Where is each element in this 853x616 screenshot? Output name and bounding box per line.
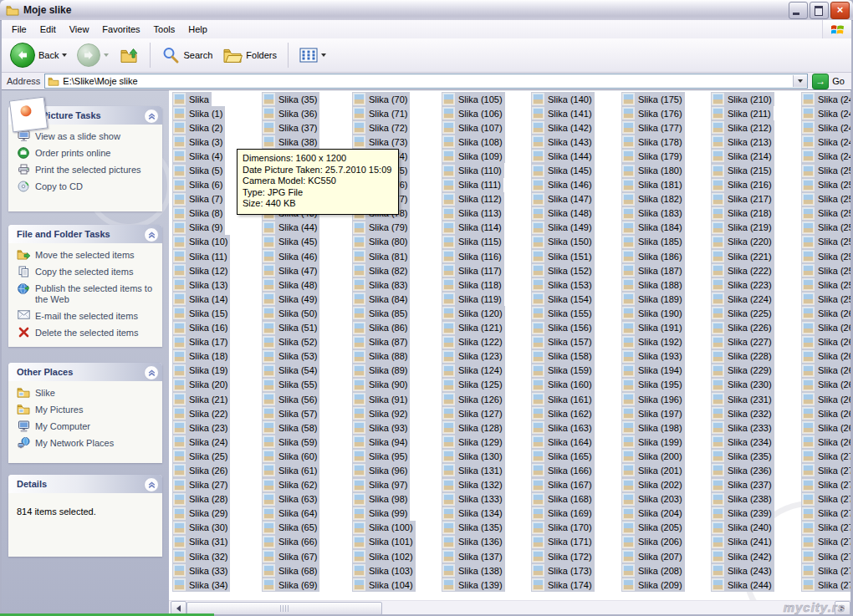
file-item[interactable]: Slika (182): [621, 192, 685, 206]
file-item[interactable]: Slika (170): [531, 521, 595, 535]
up-button[interactable]: [115, 43, 142, 67]
task-delete-the-selected-items[interactable]: Delete the selected items: [17, 328, 159, 339]
file-item[interactable]: Slika (239): [711, 507, 774, 521]
file-item[interactable]: Slika (257): [801, 263, 850, 277]
file-item[interactable]: Slika (81): [352, 249, 410, 263]
file-item[interactable]: Slika (47): [262, 263, 319, 277]
file-item[interactable]: Slika (264): [801, 364, 850, 378]
file-item[interactable]: Slika (148): [531, 206, 595, 221]
file-item[interactable]: Slika (153): [531, 277, 595, 292]
file-item[interactable]: Slika (141): [531, 106, 595, 120]
file-item[interactable]: Slika (20): [172, 378, 230, 392]
file-item[interactable]: Slika (173): [531, 563, 595, 578]
file-item[interactable]: Slika (224): [711, 292, 774, 306]
file-item[interactable]: Slika (142): [531, 120, 595, 135]
task-copy-to-cd[interactable]: Copy to CD: [17, 181, 159, 192]
file-item[interactable]: Slika (27): [172, 478, 230, 492]
file-item[interactable]: Slika (254): [801, 221, 850, 235]
file-item[interactable]: Slika (101): [352, 535, 416, 549]
file-item[interactable]: Slika (266): [801, 392, 850, 406]
file-item[interactable]: Slika (258): [801, 277, 850, 292]
file-item[interactable]: Slika (144): [531, 149, 595, 163]
file-item[interactable]: Slika (29): [172, 507, 230, 521]
file-item[interactable]: Slika (66): [262, 535, 319, 549]
file-item[interactable]: Slika (187): [621, 263, 685, 277]
file-item[interactable]: Slika (192): [621, 335, 685, 349]
file-item[interactable]: Slika (190): [621, 306, 685, 320]
file-item[interactable]: Slika (68): [262, 563, 319, 578]
file-item[interactable]: Slika (189): [621, 292, 685, 306]
file-item[interactable]: Slika (270): [801, 449, 850, 463]
file-item[interactable]: Slika (131): [442, 463, 505, 477]
file-item[interactable]: Slika (62): [262, 478, 319, 492]
file-item[interactable]: Slika (115): [442, 235, 504, 249]
file-item[interactable]: Slika (133): [442, 492, 505, 507]
task-publish-the-selected-items-to-the-web[interactable]: Publish the selected items to the Web: [17, 283, 159, 305]
file-item[interactable]: Slika (113): [442, 206, 504, 221]
file-item[interactable]: Slika (247): [801, 120, 850, 135]
file-item[interactable]: Slika (159): [531, 364, 595, 378]
file-item[interactable]: Slika (18): [172, 349, 230, 364]
file-item[interactable]: Slika (111): [442, 178, 503, 192]
file-item[interactable]: Slika (259): [801, 292, 850, 306]
file-item[interactable]: Slika (114): [442, 221, 504, 235]
file-item[interactable]: Slika (274): [801, 507, 850, 521]
file-item[interactable]: Slika (48): [262, 277, 319, 292]
file-item[interactable]: Slika (196): [621, 392, 685, 406]
file-item[interactable]: Slika (21): [172, 392, 230, 406]
file-item[interactable]: Slika (234): [711, 435, 774, 449]
file-item[interactable]: Slika (256): [801, 249, 850, 263]
file-item[interactable]: Slika (126): [442, 392, 505, 406]
file-item[interactable]: Slika (171): [531, 535, 595, 549]
file-item[interactable]: Slika (155): [531, 306, 595, 320]
views-button[interactable]: [296, 46, 329, 64]
file-item[interactable]: Slika (54): [262, 364, 319, 378]
file-item[interactable]: Slika (89): [352, 364, 410, 378]
file-item[interactable]: Slika (26): [172, 463, 230, 477]
file-item[interactable]: Slika (110): [442, 163, 504, 177]
file-item[interactable]: Slika (272): [801, 478, 850, 492]
file-item[interactable]: Slika (164): [531, 435, 595, 449]
menu-favorites[interactable]: Favorites: [95, 22, 146, 37]
file-item[interactable]: Slika (168): [531, 492, 595, 507]
file-item[interactable]: Slika (44): [262, 221, 319, 235]
task-my-computer[interactable]: My Computer: [17, 421, 159, 432]
file-item[interactable]: Slika (172): [531, 549, 595, 563]
file-item[interactable]: Slika (112): [442, 192, 504, 206]
file-item[interactable]: Slika (94): [352, 435, 410, 449]
file-item[interactable]: Slika (49): [262, 292, 319, 306]
file-item[interactable]: Slika (129): [442, 435, 505, 449]
file-item[interactable]: Slika (226): [711, 321, 774, 335]
file-item[interactable]: Slika (235): [711, 449, 774, 463]
file-item[interactable]: Slika (86): [352, 321, 410, 335]
file-item[interactable]: Slika (250): [801, 163, 850, 177]
file-item[interactable]: Slika (143): [531, 135, 595, 149]
collapse-chevron-button[interactable]: [144, 109, 159, 124]
file-item[interactable]: Slika (32): [172, 549, 230, 563]
menu-view[interactable]: View: [63, 22, 96, 37]
file-item[interactable]: Slika (87): [352, 335, 410, 349]
menu-help[interactable]: Help: [181, 22, 214, 37]
file-item[interactable]: Slika (45): [262, 235, 319, 249]
file-item[interactable]: Slika (64): [262, 507, 319, 521]
file-item[interactable]: Slika (150): [531, 235, 595, 249]
file-item[interactable]: Slika (93): [352, 420, 410, 435]
address-dropdown-button[interactable]: [793, 75, 807, 87]
file-item[interactable]: Slika (233): [711, 420, 774, 435]
file-item[interactable]: Slika (34): [172, 578, 230, 592]
file-item[interactable]: Slika (102): [352, 549, 416, 563]
forward-dropdown-icon[interactable]: [104, 53, 109, 57]
file-item[interactable]: Slika (117): [442, 263, 504, 277]
file-item[interactable]: Slika (211): [711, 106, 774, 120]
task-slike[interactable]: Slike: [17, 388, 159, 399]
file-item[interactable]: Slika (31): [172, 535, 230, 549]
file-item[interactable]: Slika (13): [172, 277, 230, 292]
file-item[interactable]: Slika (5): [172, 163, 225, 177]
panel-header-details[interactable]: Details: [8, 475, 162, 493]
file-item[interactable]: Slika (147): [531, 192, 595, 206]
file-item[interactable]: Slika (19): [172, 364, 230, 378]
file-item[interactable]: Slika (139): [442, 578, 505, 592]
file-item[interactable]: Slika (188): [621, 277, 685, 292]
panel-header-file-folder-tasks[interactable]: File and Folder Tasks: [8, 225, 162, 243]
file-item[interactable]: Slika (91): [352, 392, 410, 406]
